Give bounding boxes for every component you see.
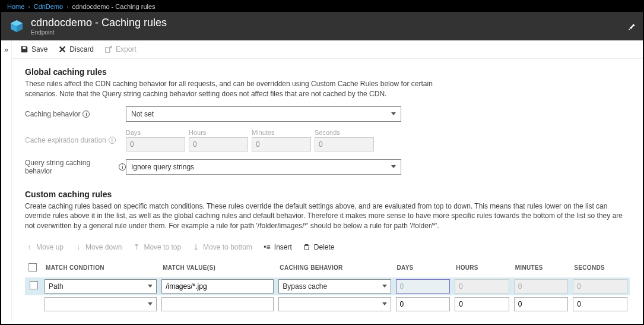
row-hours-input — [455, 279, 509, 294]
export-button[interactable]: Export — [104, 45, 137, 53]
move-down-button[interactable]: ↓Move down — [74, 243, 122, 251]
col-hours: HOURS — [452, 258, 512, 277]
days-label: Days — [126, 129, 185, 136]
endpoint-icon — [8, 18, 25, 34]
discard-label: Discard — [69, 45, 94, 53]
arrow-top-icon: ⤒ — [132, 243, 141, 251]
expand-handle[interactable]: » — [1, 40, 12, 321]
expiration-label: Cache expiration duration i — [25, 136, 126, 144]
select-all-checkbox[interactable] — [28, 263, 37, 272]
hours-input — [189, 137, 248, 152]
row-checkbox[interactable] — [30, 281, 38, 289]
save-icon — [20, 45, 28, 53]
delete-button[interactable]: Delete — [303, 243, 335, 251]
row-minutes-input — [514, 279, 569, 294]
move-up-button[interactable]: ↑Move up — [25, 243, 64, 251]
save-button[interactable]: Save — [20, 45, 47, 53]
move-top-button[interactable]: ⤒Move to top — [132, 243, 181, 251]
chevron-down-icon — [148, 302, 153, 305]
row-seconds-input[interactable] — [573, 297, 627, 311]
table-row — [25, 295, 630, 313]
query-caching-value: Ignore query strings — [131, 163, 194, 171]
svg-rect-3 — [106, 48, 110, 53]
insert-icon: •≡ — [263, 243, 271, 251]
info-icon[interactable]: i — [109, 137, 116, 144]
rules-table: MATCH CONDITION MATCH VALUE(S) CACHING B… — [25, 258, 630, 313]
chevron-down-icon — [382, 285, 387, 288]
col-match-value: MATCH VALUE(S) — [159, 258, 276, 277]
query-caching-label: Query string caching behavior i — [25, 159, 126, 175]
info-icon[interactable]: i — [83, 111, 90, 118]
chevron-right-icon: › — [66, 4, 68, 10]
row-caching-behavior-select[interactable] — [278, 297, 391, 311]
col-match-condition: MATCH CONDITION — [42, 258, 159, 277]
trash-icon — [303, 243, 311, 251]
close-icon — [58, 45, 66, 53]
caching-behavior-label: Caching behavior i — [25, 110, 126, 118]
arrow-bottom-icon: ⤓ — [192, 243, 200, 251]
chevron-down-icon — [391, 165, 396, 168]
global-section-desc: These rules affect the CDN caching behav… — [25, 79, 452, 99]
days-input — [126, 137, 185, 152]
seconds-label: Seconds — [315, 129, 374, 136]
rules-toolbar: ↑Move up ↓Move down ⤒Move to top ⤓Move t… — [25, 238, 630, 256]
command-bar: Save Discard Export — [12, 40, 643, 59]
save-label: Save — [31, 45, 47, 53]
global-section-title: Global caching rules — [25, 67, 630, 77]
chevron-right-icon: › — [28, 4, 30, 10]
move-bottom-button[interactable]: ⤓Move to bottom — [192, 243, 252, 251]
page-subtitle: Endpoint — [31, 29, 167, 36]
col-caching-behavior: CACHING BEHAVIOR — [276, 258, 393, 277]
pin-icon[interactable] — [627, 22, 636, 30]
row-minutes-input[interactable] — [514, 297, 569, 311]
custom-section-desc: Create caching rules based on specific m… — [25, 201, 630, 231]
row-days-input[interactable] — [396, 297, 451, 311]
match-condition-select[interactable] — [45, 297, 157, 311]
custom-section-title: Custom caching rules — [25, 190, 630, 199]
col-seconds: SECONDS — [570, 258, 630, 277]
row-hours-input[interactable] — [455, 297, 509, 311]
col-minutes: MINUTES — [512, 258, 571, 277]
match-value-input[interactable] — [161, 297, 274, 311]
page-title: cdndocdemo - Caching rules — [31, 17, 167, 29]
match-condition-select[interactable]: Path — [45, 279, 157, 294]
breadcrumb: Home › CdnDemo › cdndocdemo - Caching ru… — [1, 1, 643, 12]
breadcrumb-link-home[interactable]: Home — [7, 3, 24, 10]
info-icon[interactable]: i — [119, 163, 126, 171]
table-row: Path Bypass cache — [25, 277, 630, 295]
export-icon — [104, 45, 113, 53]
query-caching-select[interactable]: Ignore query strings — [126, 159, 401, 175]
arrow-up-icon: ↑ — [25, 243, 33, 251]
blade-header: cdndocdemo - Caching rules Endpoint — [1, 12, 643, 40]
minutes-input — [252, 137, 311, 152]
minutes-label: Minutes — [252, 129, 311, 136]
insert-button[interactable]: •≡Insert — [263, 243, 292, 251]
chevron-down-icon — [391, 112, 396, 115]
match-value-input[interactable] — [161, 279, 274, 294]
chevron-down-icon — [382, 302, 387, 305]
export-label: Export — [116, 45, 137, 53]
discard-button[interactable]: Discard — [58, 45, 94, 53]
caching-behavior-value: Not set — [131, 110, 154, 118]
seconds-input — [315, 137, 374, 152]
row-days-input — [396, 279, 451, 294]
col-days: DAYS — [394, 258, 453, 277]
hours-label: Hours — [189, 129, 248, 136]
breadcrumb-link-cdndemo[interactable]: CdnDemo — [34, 3, 64, 10]
caching-behavior-select[interactable]: Not set — [126, 106, 401, 122]
breadcrumb-current: cdndocdemo - Caching rules — [72, 3, 156, 10]
row-seconds-input — [573, 279, 627, 294]
arrow-down-icon: ↓ — [74, 243, 83, 251]
row-caching-behavior-select[interactable]: Bypass cache — [278, 279, 391, 294]
chevron-down-icon — [148, 285, 153, 288]
